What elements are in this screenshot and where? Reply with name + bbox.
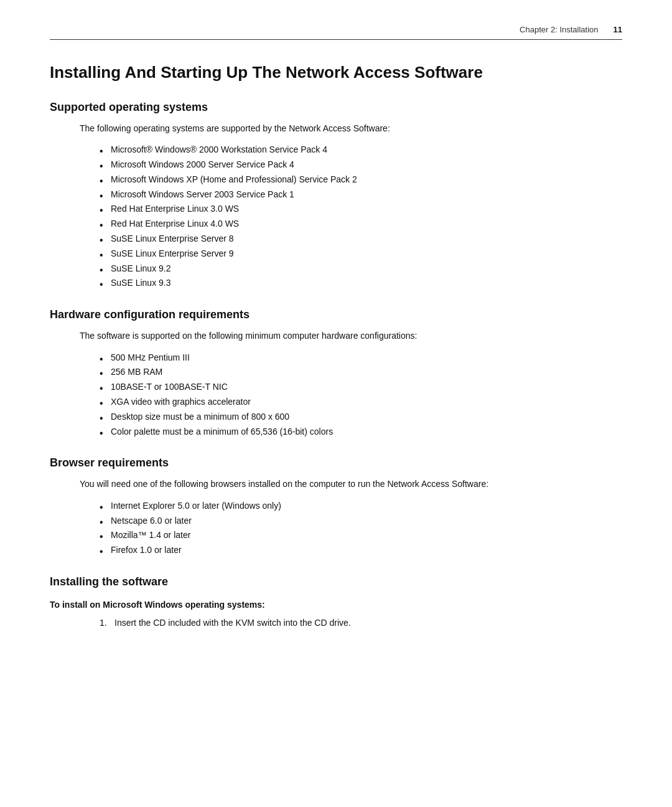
list-item: SuSE Linux 9.2 <box>100 262 622 276</box>
list-item: Microsoft Windows XP (Home and Professio… <box>100 172 622 187</box>
list-item: Microsoft Windows 2000 Server Service Pa… <box>100 158 622 172</box>
list-item: 500 MHz Pentium III <box>100 351 622 366</box>
section-browser-req: Browser requirements You will need one o… <box>50 456 622 558</box>
list-item: Netscape 6.0 or later <box>100 514 622 529</box>
list-item: Color palette must be a minimum of 65,53… <box>100 425 622 440</box>
list-item: 256 MB RAM <box>100 365 622 380</box>
ordered-list-windows-install: Insert the CD included with the KVM swit… <box>100 616 622 631</box>
main-title: Installing And Starting Up The Network A… <box>50 62 622 83</box>
list-item: 10BASE-T or 100BASE-T NIC <box>100 380 622 395</box>
section-hardware-config: Hardware configuration requirements The … <box>50 308 622 439</box>
list-item: Firefox 1.0 or later <box>100 543 622 558</box>
subsection-title-windows-install: To install on Microsoft Windows operatin… <box>50 600 622 610</box>
section-intro-hardware-config: The software is supported on the followi… <box>80 329 622 342</box>
bullet-list-supported-os: Microsoft® Windows® 2000 Workstation Ser… <box>100 143 622 291</box>
list-item: SuSE Linux Enterprise Server 9 <box>100 247 622 262</box>
chapter-label: Chapter 2: Installation <box>520 25 598 34</box>
list-item: Desktop size must be a minimum of 800 x … <box>100 410 622 425</box>
list-item: SuSE Linux Enterprise Server 8 <box>100 232 622 247</box>
list-item: Microsoft® Windows® 2000 Workstation Ser… <box>100 143 622 158</box>
list-item: Internet Explorer 5.0 or later (Windows … <box>100 499 622 514</box>
section-title-hardware-config: Hardware configuration requirements <box>50 308 622 321</box>
section-intro-supported-os: The following operating systems are supp… <box>80 121 622 135</box>
section-supported-os: Supported operating systems The followin… <box>50 101 622 291</box>
page-number: 11 <box>614 25 622 34</box>
bullet-list-browser-req: Internet Explorer 5.0 or later (Windows … <box>100 499 622 558</box>
section-title-supported-os: Supported operating systems <box>50 101 622 114</box>
list-item: Insert the CD included with the KVM swit… <box>100 616 622 631</box>
page-header: Chapter 2: Installation 11 <box>50 25 622 40</box>
list-item: Red Hat Enterprise Linux 4.0 WS <box>100 217 622 232</box>
section-title-browser-req: Browser requirements <box>50 456 622 470</box>
list-item: Microsoft Windows Server 2003 Service Pa… <box>100 187 622 202</box>
list-item: Red Hat Enterprise Linux 3.0 WS <box>100 202 622 217</box>
section-intro-browser-req: You will need one of the following brows… <box>80 477 622 491</box>
list-item: XGA video with graphics accelerator <box>100 395 622 410</box>
section-title-installing-software: Installing the software <box>50 575 622 588</box>
section-installing-software: Installing the software To install on Mi… <box>50 575 622 631</box>
list-item: Mozilla™ 1.4 or later <box>100 528 622 543</box>
page: Chapter 2: Installation 11 Installing An… <box>0 0 672 807</box>
list-item: SuSE Linux 9.3 <box>100 276 622 291</box>
bullet-list-hardware-config: 500 MHz Pentium III 256 MB RAM 10BASE-T … <box>100 351 622 440</box>
